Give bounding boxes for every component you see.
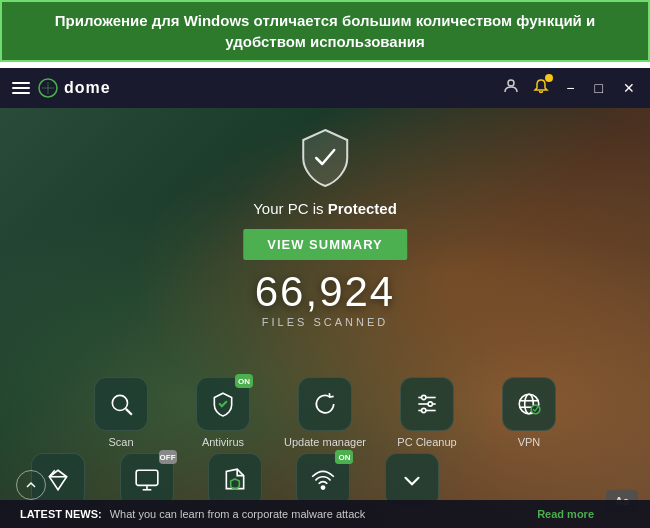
counter-area: 66,924 FILES SCANNED: [255, 268, 395, 328]
main-content: Your PC is Protected VIEW SUMMARY 66,924…: [0, 108, 650, 528]
view-summary-button[interactable]: VIEW SUMMARY: [243, 229, 407, 260]
scroll-up-button[interactable]: [16, 470, 46, 500]
maximize-button[interactable]: □: [592, 80, 606, 96]
dome-logo-icon: [38, 78, 58, 98]
status-text: Your PC is Protected: [253, 200, 397, 217]
hamburger-icon[interactable]: [12, 82, 30, 94]
monitor-icon: [134, 467, 160, 493]
sliders-icon: [414, 391, 440, 417]
files-scanned-label: FILES SCANNED: [255, 316, 395, 328]
title-bar-right: − □ ✕: [503, 78, 638, 98]
antivirus-status-badge: ON: [235, 374, 253, 388]
monitor-status-badge: OFF: [159, 450, 177, 464]
notification-dot: [545, 74, 553, 82]
scan-button[interactable]: Scan: [76, 377, 166, 448]
scan-label: Scan: [108, 436, 133, 448]
news-text: What you can learn from a corporate malw…: [110, 508, 529, 520]
vpn-button[interactable]: VPN: [484, 377, 574, 448]
antivirus-icon-wrap: ON: [196, 377, 250, 431]
minimize-button[interactable]: −: [563, 80, 577, 96]
file-shield-icon-wrap: [208, 453, 262, 507]
title-bar: dome − □ ✕: [0, 68, 650, 108]
svg-line-3: [126, 409, 132, 415]
svg-point-1: [508, 80, 514, 86]
monitor-icon-wrap: OFF: [120, 453, 174, 507]
pc-cleanup-button[interactable]: PC Cleanup: [382, 377, 472, 448]
news-label: LATEST NEWS:: [20, 508, 102, 520]
globe-icon: [516, 391, 542, 417]
update-manager-label: Update manager: [284, 436, 366, 448]
antivirus-button[interactable]: ON Antivirus: [178, 377, 268, 448]
annotation-banner: Приложение для Windows отличается больши…: [0, 0, 650, 62]
more-icon-wrap: [385, 453, 439, 507]
svg-rect-18: [136, 470, 158, 485]
file-shield-icon: [222, 467, 248, 493]
notification-icon[interactable]: [533, 78, 549, 98]
scan-icon-wrap: [94, 377, 148, 431]
antivirus-label: Antivirus: [202, 436, 244, 448]
pc-cleanup-icon-wrap: [400, 377, 454, 431]
shield-icon: [299, 128, 351, 192]
svg-point-2: [112, 395, 127, 410]
logo-text: dome: [64, 79, 111, 97]
wifi-icon: [310, 467, 336, 493]
close-button[interactable]: ✕: [620, 80, 638, 96]
svg-point-8: [428, 402, 432, 406]
wifi-status-badge: ON: [335, 450, 353, 464]
vpn-label: VPN: [518, 436, 541, 448]
refresh-icon: [312, 391, 338, 417]
app-window: dome − □ ✕: [0, 68, 650, 528]
news-read-more-link[interactable]: Read more: [537, 508, 594, 520]
search-icon: [108, 391, 134, 417]
diamond-icon: [45, 467, 71, 493]
vpn-icon-wrap: [502, 377, 556, 431]
update-manager-button[interactable]: Update manager: [280, 377, 370, 448]
features-row1: Scan ON Antivirus: [0, 377, 650, 448]
svg-point-7: [422, 395, 426, 399]
shield-icon: [210, 391, 236, 417]
status-area: Your PC is Protected VIEW SUMMARY: [243, 128, 407, 260]
chevron-down-icon: [399, 467, 425, 493]
svg-point-21: [322, 486, 325, 489]
pc-cleanup-label: PC Cleanup: [397, 436, 456, 448]
wifi-icon-wrap: ON ON: [296, 453, 350, 507]
svg-point-9: [422, 408, 426, 412]
news-bar: LATEST NEWS: What you can learn from a c…: [0, 500, 650, 528]
update-manager-icon-wrap: [298, 377, 352, 431]
title-bar-left: dome: [12, 78, 111, 98]
files-scanned-counter: 66,924: [255, 268, 395, 316]
logo-area: dome: [38, 78, 111, 98]
user-icon[interactable]: [503, 78, 519, 98]
